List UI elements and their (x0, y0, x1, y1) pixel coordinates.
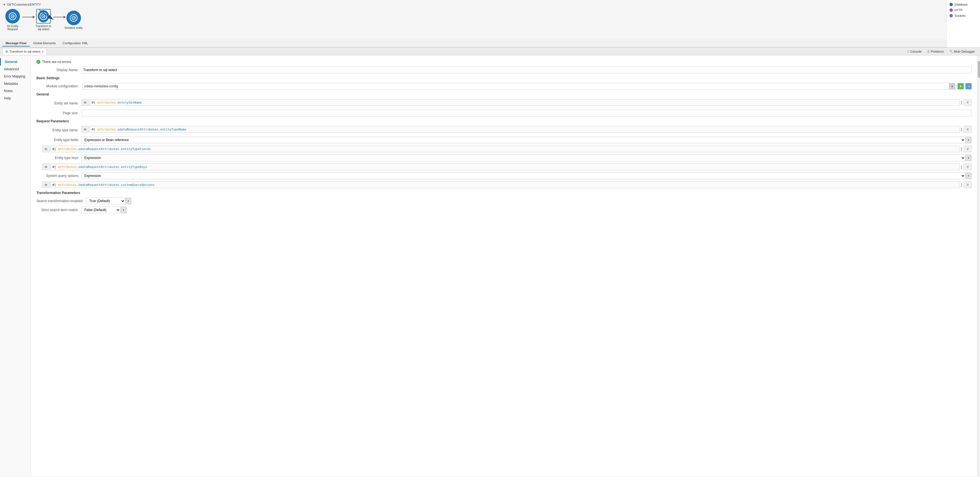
strict-search-select-wrapper: False (Default) ▾ (81, 207, 127, 213)
entity-type-keys-label: Entity type keys (37, 156, 81, 160)
search-transformation-arrow[interactable]: ▾ (125, 198, 131, 204)
tab-mule-debugger[interactable]: 🔧 Mule Debugger (947, 48, 978, 55)
system-query-fx-btn[interactable]: fx (42, 181, 50, 188)
debugger-label: Mule Debugger (954, 50, 975, 53)
flow-title-arrow[interactable]: ▼ (3, 3, 6, 6)
entity-set-name-row: Entity set name: fx #[ attributes.entity… (37, 99, 972, 108)
editor-area: General Advanced Error Mapping Metadata … (0, 55, 980, 477)
node-inner-icon-3 (70, 14, 78, 22)
system-query-hash-btn[interactable]: # (964, 181, 972, 188)
entity-type-keys-bracket: ] (960, 165, 963, 169)
entity-type-keys-select-wrapper: Expression ▾ (81, 155, 972, 161)
tab-global-elements[interactable]: Global Elements (30, 40, 59, 46)
node-label-3: Serialize entity (64, 26, 83, 29)
strict-search-label: Strict search term match: (37, 208, 81, 212)
tab-configuration-xml[interactable]: Configuration XML (59, 40, 91, 46)
node-on-entity-request[interactable]: On Entity Request (3, 9, 22, 31)
module-config-value: odata-metadata-config (83, 84, 949, 89)
active-tab[interactable]: ⚙ Transform to sql select ✕ (2, 48, 47, 55)
right-panel-database[interactable]: Database (950, 3, 977, 6)
entity-type-keys-hash-btn[interactable]: # (964, 163, 972, 170)
node-serialize-entity[interactable]: Serialize entity (64, 11, 83, 29)
page-size-row: Page size: (37, 110, 972, 116)
system-query-select[interactable]: Expression (81, 173, 966, 179)
module-config-arrow-btn[interactable]: ▾ (949, 83, 955, 89)
nav-notes[interactable]: Notes (0, 87, 30, 95)
right-panel-http[interactable]: HTTP (950, 8, 977, 12)
display-name-input[interactable] (81, 67, 972, 73)
request-params-title: Request Parameters (37, 119, 972, 124)
node-icon-serialize-entity (67, 11, 81, 25)
entity-type-name-input[interactable]: #[ attributes.odataRequestAttributes.ent… (90, 126, 960, 133)
tab-console[interactable]: □ Console (905, 48, 924, 55)
entity-type-fields-row: Entity type fields Expression or Bean re… (37, 136, 972, 143)
flow-canvas: Message Flow Global Elements Configurati… (0, 0, 980, 48)
entity-set-name-hash-btn[interactable]: # (964, 99, 972, 106)
system-query-input[interactable]: #[ attributes.odataRequestAttributes.sys… (51, 181, 960, 188)
tab-problems[interactable]: ⚠ Problems (924, 48, 947, 55)
entity-type-fields-code: #[ attributes.odataRequestAttributes.ent… (52, 147, 151, 151)
problems-label: Problems (931, 50, 943, 53)
flow-arrow-1 (22, 17, 33, 17)
display-name-row: Display Name: (37, 67, 972, 73)
tab-close-button[interactable]: ✕ (41, 50, 44, 53)
nav-help[interactable]: Help (0, 95, 30, 102)
strict-search-select[interactable]: False (Default) (81, 207, 121, 213)
system-query-arrow[interactable]: ▾ (966, 173, 972, 179)
active-tab-icon: ⚙ (5, 50, 8, 54)
entity-type-name-row: Entity type name: fx #[ attributes.odata… (37, 126, 972, 135)
entity-type-keys-input[interactable]: #[ attributes.odataRequestAttributes.ent… (51, 163, 960, 170)
module-config-edit-btn[interactable]: ✎ (966, 83, 972, 89)
scrollbar-track[interactable] (977, 55, 980, 477)
entity-type-fields-select[interactable]: Expression or Bean reference (81, 136, 966, 143)
nav-metadata[interactable]: Metadata (0, 80, 30, 87)
entity-set-name-label: Entity set name: (37, 101, 81, 105)
entity-type-keys-row: Entity type keys Expression ▾ (37, 155, 972, 161)
entity-type-keys-fx-btn[interactable]: fx (42, 163, 50, 170)
nav-advanced[interactable]: Advanced (0, 65, 30, 73)
entity-type-fields-select-wrapper: Expression or Bean reference ▾ (81, 136, 972, 143)
module-config-select[interactable]: odata-metadata-config ▾ (83, 83, 955, 90)
entity-type-fields-fx-btn[interactable]: fx (42, 146, 50, 152)
entity-type-keys-arrow[interactable]: ▾ (966, 155, 972, 161)
module-config-row: Module configuration: odata-metadata-con… (37, 83, 972, 90)
entity-set-name-input[interactable]: #[ attributes.entitySetName (90, 99, 960, 106)
entity-type-fields-input[interactable]: #[ attributes.odataRequestAttributes.ent… (51, 146, 960, 152)
form-content: ✓ There are no errors. Display Name: Bas… (31, 55, 977, 477)
module-config-label: Module configuration: (37, 84, 81, 88)
right-panel-sockets[interactable]: Sockets (950, 14, 977, 17)
entity-set-name-expr-row: fx #[ attributes.entitySetName ] # (81, 99, 972, 106)
active-tab-label: Transform to sql select (9, 50, 40, 53)
no-errors-bar: ✓ There are no errors. (37, 58, 972, 67)
success-icon: ✓ (37, 60, 40, 64)
entity-type-name-hash-btn[interactable]: # (964, 126, 972, 133)
entity-type-fields-hash-btn[interactable]: # (964, 146, 972, 152)
database-dot (950, 3, 953, 6)
entity-set-name-code: #[ attributes.entitySetName (92, 101, 142, 105)
nav-general[interactable]: General (0, 58, 30, 65)
entity-type-keys-expr-row: fx #[ attributes.odataRequestAttributes.… (37, 163, 972, 170)
module-config-add-btn[interactable]: + (958, 83, 964, 89)
bottom-tabs-bar: Message Flow Global Elements Configurati… (0, 40, 947, 47)
strict-search-row: Strict search term match: False (Default… (37, 207, 972, 213)
system-query-select-wrapper: Expression ▾ (81, 173, 972, 179)
search-transformation-label: Search transformation enabled: (37, 199, 86, 203)
search-transformation-select-wrapper: True (Default) ▾ (86, 198, 131, 204)
entity-type-name-label: Entity type name: (37, 128, 81, 132)
entity-type-name-fx-btn[interactable]: fx (81, 126, 89, 133)
entity-type-keys-select[interactable]: Expression (81, 155, 966, 161)
entity-type-fields-arrow[interactable]: ▾ (966, 136, 972, 143)
database-label: Database (955, 3, 968, 6)
page-size-input[interactable] (81, 110, 972, 116)
strict-search-arrow[interactable]: ▾ (121, 207, 127, 213)
tab-message-flow[interactable]: Message Flow (2, 40, 30, 46)
scrollbar-thumb[interactable] (978, 61, 980, 78)
system-query-row: System query options Expression ▾ (37, 173, 972, 179)
entity-set-name-fx-btn[interactable]: fx (81, 99, 89, 106)
debugger-icon: 🔧 (950, 50, 953, 53)
no-errors-text: There are no errors. (42, 60, 72, 64)
nav-error-mapping[interactable]: Error Mapping (0, 73, 30, 80)
http-label: HTTP (955, 8, 963, 12)
search-transformation-select[interactable]: True (Default) (86, 198, 125, 204)
system-query-label: System query options (37, 174, 81, 178)
